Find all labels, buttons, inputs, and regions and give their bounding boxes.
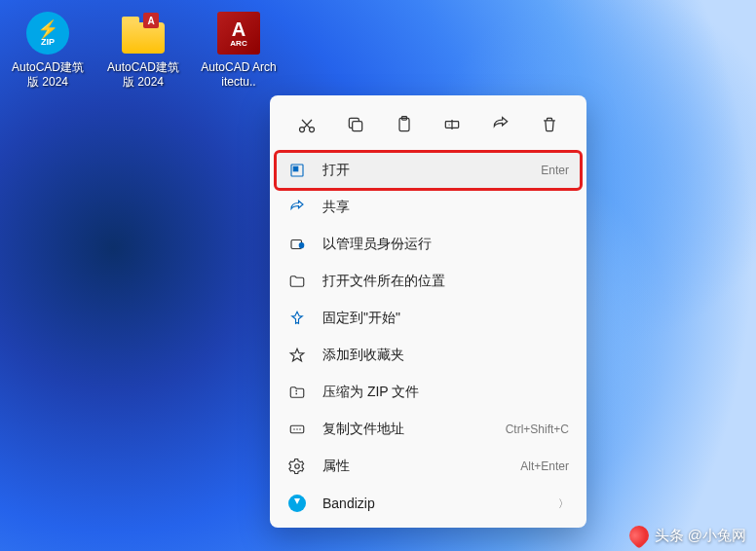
watermark: 头条 @小兔网 [629,526,746,545]
rename-icon [442,115,462,134]
menu-item-pin-start[interactable]: 固定到"开始" [276,300,581,337]
menu-item-shortcut: Alt+Enter [520,459,569,473]
menu-item-shortcut: Enter [541,164,569,177]
menu-item-copy-path[interactable]: 复制文件地址 Ctrl+Shift+C [276,411,581,448]
open-icon [287,161,307,180]
paste-button[interactable] [387,107,422,142]
menu-item-open[interactable]: 打开 Enter [276,152,581,189]
folder-icon [287,272,307,291]
menu-item-label: 共享 [322,199,569,216]
cut-icon [297,115,317,134]
menu-item-label: 打开 [322,162,541,179]
menu-item-properties[interactable]: 属性 Alt+Enter [276,448,581,485]
svg-rect-7 [293,166,298,171]
copy-icon [346,115,365,134]
context-menu: 打开 Enter 共享 以管理员身份运行 打开文件所在的位置 固定到"开始" 添… [270,95,586,528]
share-icon [491,115,510,134]
star-icon [287,346,307,365]
shield-icon [287,235,307,254]
chevron-right-icon: 〉 [558,496,569,511]
menu-item-shortcut: Ctrl+Shift+C [506,422,569,436]
paste-icon [395,115,414,134]
desktop-icon-app[interactable]: A ARC AutoCAD Architectu.. [201,10,277,90]
cut-button[interactable] [289,107,324,142]
menu-item-label: 复制文件地址 [322,421,506,438]
menu-item-open-location[interactable]: 打开文件所在的位置 [276,263,581,300]
menu-item-label: 属性 [322,458,520,475]
menu-item-label: 压缩为 ZIP 文件 [322,384,569,401]
menu-item-add-favorites[interactable]: 添加到收藏夹 [276,337,581,374]
arc-app-icon: A ARC [215,10,262,56]
menu-item-label: 打开文件所在的位置 [322,273,569,290]
desktop-icon-label: AutoCAD建筑版 2024 [105,60,181,90]
properties-icon [287,457,307,476]
watermark-text: 头条 @小兔网 [655,527,746,545]
watermark-logo-icon [624,522,652,549]
desktop-icon-folder[interactable]: A AutoCAD建筑版 2024 [105,10,181,90]
rename-button[interactable] [435,107,470,142]
svg-rect-2 [352,122,361,131]
svg-point-1 [310,128,315,132]
menu-item-compress-zip[interactable]: 压缩为 ZIP 文件 [276,374,581,411]
bandizip-icon [287,494,307,513]
menu-item-label: Bandizip [322,496,550,511]
zip-folder-icon [287,383,307,402]
menu-item-run-admin[interactable]: 以管理员身份运行 [276,226,581,263]
share-arrow-icon [287,198,307,217]
desktop-icon-label: AutoCAD建筑版 2024 [10,60,86,90]
zip-icon: ⚡ ZIP [24,10,71,56]
delete-icon [540,115,559,134]
copy-button[interactable] [338,107,373,142]
desktop-icon-zip[interactable]: ⚡ ZIP AutoCAD建筑版 2024 [10,10,86,90]
context-menu-top-actions [276,101,581,152]
share-button[interactable] [483,107,518,142]
desktop-icon-label: AutoCAD Architectu.. [201,60,277,90]
menu-item-label: 以管理员身份运行 [322,236,569,253]
menu-item-label: 固定到"开始" [322,310,569,327]
folder-icon: A [120,10,167,56]
menu-item-label: 添加到收藏夹 [322,347,569,364]
svg-point-0 [300,128,305,132]
path-icon [287,420,307,439]
menu-item-share[interactable]: 共享 [276,189,581,226]
menu-item-bandizip[interactable]: Bandizip 〉 [276,485,581,522]
svg-point-10 [295,464,300,469]
delete-button[interactable] [532,107,567,142]
desktop-icons-container: ⚡ ZIP AutoCAD建筑版 2024 A AutoCAD建筑版 2024 … [10,10,277,90]
pin-icon [287,309,307,328]
